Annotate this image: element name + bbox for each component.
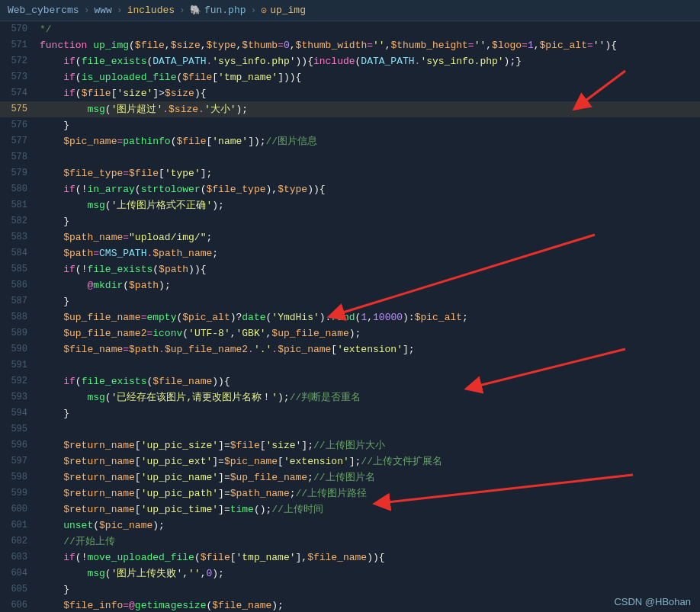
breadcrumb-bar: Web_cybercms › www › includes › 🐘 fun.ph… (0, 0, 700, 21)
code-line-597: 597 $return_name['up_pic_ext']=$pic_name… (0, 453, 700, 469)
code-line-586: 586 @mkdir($path); (0, 277, 700, 293)
code-line-600: 600 $return_name['up_pic_time']=time();/… (0, 501, 700, 517)
code-line-582: 582 } (0, 213, 700, 229)
code-line-601: 601 unset($pic_name); (0, 517, 700, 533)
code-line-606: 606 $file_info=@getimagesize($file_name)… (0, 598, 700, 612)
breadcrumb-funphp[interactable]: fun.php (204, 5, 246, 16)
code-line-599: 599 $return_name['up_pic_path']=$path_na… (0, 485, 700, 501)
code-line-598: 598 $return_name['up_pic_name']=$up_file… (0, 469, 700, 485)
code-line-588: 588 $up_file_name=empty($pic_alt)?date('… (0, 309, 700, 325)
code-line-603: 603 if(!move_uploaded_file($file['tmp_na… (0, 550, 700, 566)
sep3: › (179, 5, 185, 16)
breadcrumb-upimg[interactable]: up_img (270, 5, 306, 16)
code-line-590: 590 $file_name=$path.$up_file_name2.'.'.… (0, 341, 700, 357)
code-line-584: 584 $path=CMS_PATH.$path_name; (0, 245, 700, 261)
code-area: 570 */ 571 function up_img($file,$size,$… (0, 21, 700, 612)
php-icon: 🐘 (190, 5, 201, 16)
breadcrumb-web[interactable]: Web_cybercms (8, 5, 79, 16)
code-line-577: 577 $pic_name=pathinfo($file['name']);//… (0, 133, 700, 149)
code-line-583: 583 $path_name="upload/img/"; (0, 229, 700, 245)
code-line-570: 570 */ (0, 21, 700, 37)
code-line-579: 579 $file_type=$file['type']; (0, 165, 700, 181)
code-line-581: 581 msg('上传图片格式不正确'); (0, 197, 700, 213)
code-line-594: 594 } (0, 405, 700, 421)
code-line-605: 605 } (0, 582, 700, 598)
code-line-576: 576 } (0, 117, 700, 133)
code-line-575: 575 msg('图片超过'.$size.'大小'); (0, 101, 700, 117)
code-line-578: 578 (0, 149, 700, 165)
code-line-574: 574 if($file['size']>$size){ (0, 85, 700, 101)
sep4: › (251, 5, 257, 16)
code-line-587: 587 } (0, 293, 700, 309)
code-line-602: 602 //开始上传 (0, 533, 700, 550)
sep2: › (117, 5, 123, 16)
code-line-593: 593 msg('已经存在该图片,请更改图片名称！');//判断是否重名 (0, 389, 700, 405)
code-line-571: 571 function up_img($file,$size,$type,$t… (0, 37, 700, 53)
code-line-591: 591 (0, 357, 700, 373)
watermark: CSDN @HBohan (614, 596, 691, 607)
code-line-573: 573 if(is_uploaded_file($file['tmp_name'… (0, 69, 700, 85)
code-line-572: 572 if(file_exists(DATA_PATH.'sys_info.p… (0, 53, 700, 69)
code-line-592: 592 if(file_exists($file_name)){ (0, 373, 700, 389)
code-line-589: 589 $up_file_name2=iconv('UTF-8','GBK',$… (0, 325, 700, 341)
code-line-585: 585 if(!file_exists($path)){ (0, 261, 700, 277)
breadcrumb-includes[interactable]: includes (127, 5, 175, 16)
code-line-596: 596 $return_name['up_pic_size']=$file['s… (0, 437, 700, 453)
breadcrumb-upimg-icon: ⊙ (261, 5, 267, 17)
breadcrumb-www[interactable]: www (94, 5, 111, 16)
sep1: › (84, 5, 90, 16)
code-line-595: 595 (0, 421, 700, 437)
code-line-580: 580 if(!in_array(strtolower($file_type),… (0, 181, 700, 197)
code-line-604: 604 msg('图片上传失败','',0); (0, 566, 700, 582)
